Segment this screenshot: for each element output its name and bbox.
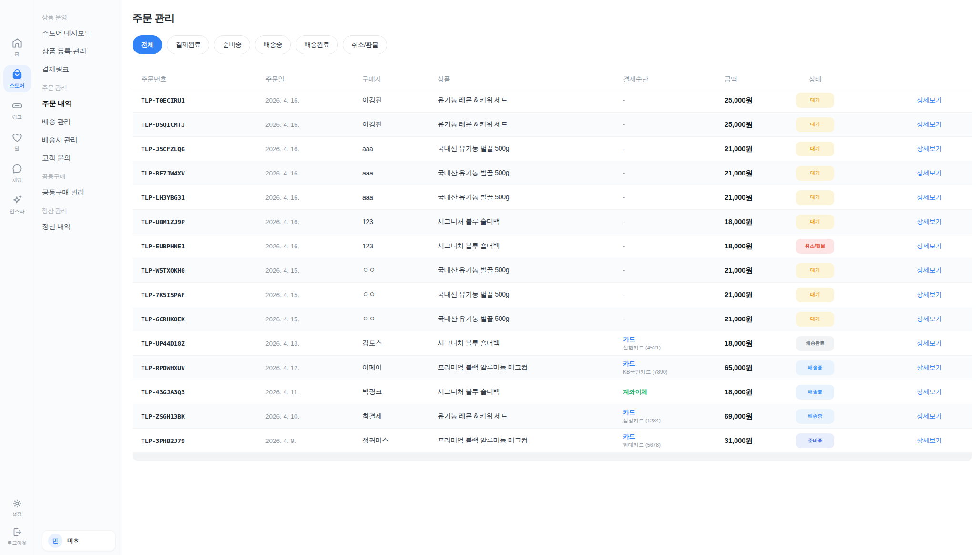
order-amount: 25,000원: [725, 96, 767, 105]
payment-empty: -: [623, 96, 725, 104]
buyer-name: ㅇㅇ: [362, 290, 438, 299]
detail-link[interactable]: 상세보기: [917, 169, 942, 177]
payment-empty: -: [623, 315, 725, 323]
status-cell: 배송중: [767, 385, 863, 400]
rail-item-link[interactable]: 링크: [3, 96, 31, 124]
detail-link[interactable]: 상세보기: [917, 315, 942, 323]
action-cell: 상세보기: [863, 217, 964, 226]
status-cell: 취소/환불: [767, 239, 863, 254]
sidebar-item[interactable]: 고객 문의: [42, 149, 114, 167]
column-header-buyer: 구매자: [362, 75, 438, 83]
table-row: TLP-UP44D18Z 2026. 4. 13. 김토스 시그니처 블루 숄더…: [133, 331, 972, 356]
order-amount: 21,000원: [725, 315, 767, 324]
chat-icon: [11, 163, 23, 175]
product-name: 프리미엄 블랙 알루미늄 머그컵: [438, 436, 623, 445]
filter-chip[interactable]: 전체: [133, 35, 162, 54]
payment-detail: 신한카드 (4521): [623, 345, 725, 351]
buyer-name: ㅇㅇ: [362, 315, 438, 323]
rail-item-store[interactable]: 스토어: [3, 65, 31, 92]
payment-method: -: [623, 267, 725, 274]
status-badge: 취소/환불: [796, 239, 834, 254]
order-number: TLP-RPDWHXUV: [141, 364, 265, 371]
order-date: 2026. 4. 11.: [265, 389, 362, 396]
table-row: TLP-ZSGH13BK 2026. 4. 10. 최결제 유기농 레몬 & 키…: [133, 404, 972, 429]
status-badge: 배송중: [796, 360, 834, 375]
detail-link[interactable]: 상세보기: [917, 217, 942, 226]
order-number: TLP-J5CFZLQG: [141, 145, 265, 153]
detail-link[interactable]: 상세보기: [917, 120, 942, 129]
table-row: TLP-EUBPHNE1 2026. 4. 16. 123 시그니처 블루 숄더…: [133, 234, 972, 258]
order-date: 2026. 4. 16.: [265, 170, 362, 177]
payment-method: 카드삼성카드 (1234): [623, 409, 725, 424]
rail-item-logout[interactable]: 로그아웃: [3, 524, 31, 549]
order-amount: 18,000원: [725, 217, 767, 226]
action-cell: 상세보기: [863, 315, 964, 323]
status-badge: 대기: [796, 117, 834, 132]
buyer-name: 123: [362, 218, 438, 226]
rail-item-sparkle[interactable]: 인스타: [3, 191, 31, 218]
product-name: 프리미엄 블랙 알루미늄 머그컵: [438, 363, 623, 372]
detail-link[interactable]: 상세보기: [917, 290, 942, 299]
avatar: 민: [48, 534, 62, 548]
filter-chip[interactable]: 결제완료: [167, 35, 209, 54]
product-name: 시그니처 블루 숄더백: [438, 339, 623, 348]
action-cell: 상세보기: [863, 96, 964, 104]
status-cell: 준비중: [767, 433, 863, 448]
order-date: 2026. 4. 10.: [265, 413, 362, 420]
rail-item-label: 딜: [14, 145, 19, 152]
sidebar-item[interactable]: 공동구매 관리: [42, 183, 114, 201]
buyer-name: aaa: [362, 145, 438, 153]
product-name: 유기농 레몬 & 키위 세트: [438, 120, 623, 129]
detail-link[interactable]: 상세보기: [917, 339, 942, 348]
payment-method: 카드현대카드 (5678): [623, 433, 725, 449]
filter-chip[interactable]: 취소/환불: [343, 35, 387, 54]
sidebar-item[interactable]: 정산 내역: [42, 217, 114, 236]
table-row: TLP-7K5I5PAF 2026. 4. 15. ㅇㅇ 국내산 유기농 벌꿀 …: [133, 283, 972, 307]
filter-chip[interactable]: 배송완료: [296, 35, 338, 54]
detail-link[interactable]: 상세보기: [917, 96, 942, 104]
rail-item-heart[interactable]: 딜: [3, 128, 31, 155]
app-root: 홈 스토어 링크 딜 채팅 인스타 설정 로그아웃 상품 운영 스토어 대시보드…: [0, 0, 980, 555]
rail-item-home[interactable]: 홈: [3, 33, 31, 61]
table-row: TLP-RPDWHXUV 2026. 4. 12. 이페이 프리미엄 블랙 알루…: [133, 356, 972, 380]
payment-method-label: 계좌이체: [623, 388, 725, 396]
table-header-row: 주문번호 주문일 구매자 상품 결제수단 금액 상태: [133, 70, 972, 88]
detail-link[interactable]: 상세보기: [917, 388, 942, 396]
rail-item-gear[interactable]: 설정: [3, 495, 31, 521]
sidebar-section-items: 스토어 대시보드상품 등록·관리결제링크: [42, 24, 114, 78]
order-date: 2026. 4. 15.: [265, 316, 362, 323]
action-cell: 상세보기: [863, 144, 964, 153]
sidebar-item[interactable]: 주문 내역: [42, 94, 114, 113]
detail-link[interactable]: 상세보기: [917, 266, 942, 275]
status-cell: 배송중: [767, 409, 863, 424]
payment-empty: -: [623, 145, 725, 153]
status-badge: 대기: [796, 93, 834, 108]
payment-method: 카드신한카드 (4521): [623, 336, 725, 351]
order-amount: 18,000원: [725, 339, 767, 348]
detail-link[interactable]: 상세보기: [917, 412, 942, 421]
user-profile-card[interactable]: 민 미ㅎ: [42, 530, 116, 551]
sidebar-item[interactable]: 상품 등록·관리: [42, 42, 114, 60]
sidebar-item[interactable]: 스토어 대시보드: [42, 24, 114, 42]
detail-link[interactable]: 상세보기: [917, 363, 942, 372]
filter-chip[interactable]: 배송중: [255, 35, 291, 54]
table-row: TLP-6CRHKOEK 2026. 4. 15. ㅇㅇ 국내산 유기농 벌꿀 …: [133, 307, 972, 331]
table-footer-strip: [133, 453, 972, 461]
sidebar-item[interactable]: 배송 관리: [42, 113, 114, 131]
order-amount: 21,000원: [725, 266, 767, 275]
order-number: TLP-ZSGH13BK: [141, 413, 265, 420]
detail-link[interactable]: 상세보기: [917, 193, 942, 202]
order-amount: 25,000원: [725, 120, 767, 129]
action-cell: 상세보기: [863, 436, 964, 445]
rail-item-chat[interactable]: 채팅: [3, 159, 31, 187]
status-cell: 배송완료: [767, 336, 863, 351]
payment-method: 카드KB국민카드 (7890): [623, 360, 725, 376]
detail-link[interactable]: 상세보기: [917, 242, 942, 250]
detail-link[interactable]: 상세보기: [917, 436, 942, 445]
detail-link[interactable]: 상세보기: [917, 144, 942, 153]
column-header-amount: 금액: [725, 75, 767, 83]
sidebar-item[interactable]: 배송사 관리: [42, 131, 114, 149]
sidebar-item[interactable]: 결제링크: [42, 60, 114, 78]
order-date: 2026. 4. 13.: [265, 340, 362, 347]
filter-chip[interactable]: 준비중: [214, 35, 250, 54]
